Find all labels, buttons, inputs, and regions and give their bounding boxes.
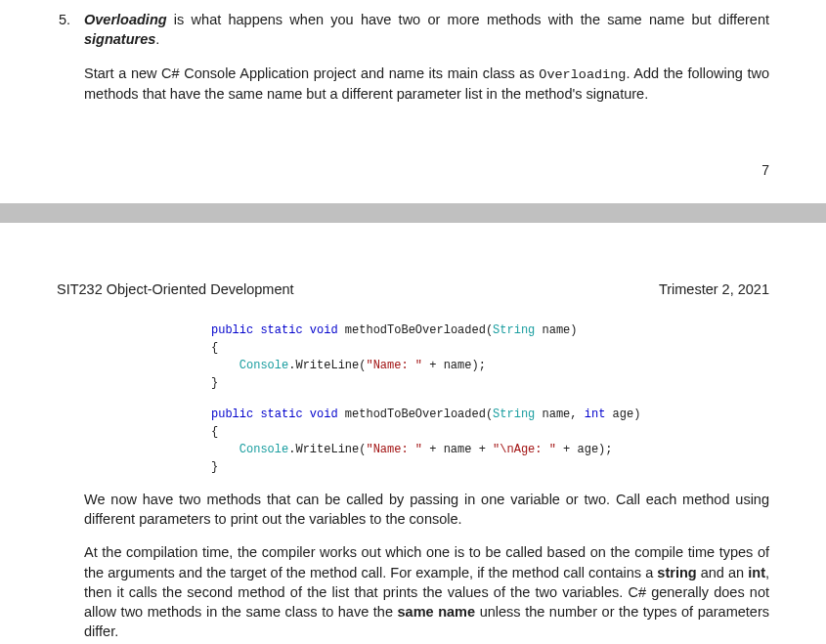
code-method-2: public static void methodToBeOverloaded(…: [211, 406, 769, 476]
paragraph-3: We now have two methods that can be call…: [84, 490, 769, 530]
page-header: SIT232 Object-Oriented Development Trime…: [57, 279, 769, 299]
text: methodToBeOverloaded(: [338, 408, 493, 421]
page-number: 7: [0, 132, 826, 204]
kw: void: [310, 323, 338, 337]
lower-page-content: SIT232 Object-Oriented Development Trime…: [0, 223, 826, 641]
kw: void: [310, 408, 338, 421]
type: Console: [239, 443, 288, 456]
text: {: [211, 425, 218, 439]
kw: static: [260, 323, 302, 337]
text: + name +: [422, 443, 493, 456]
string: "\nAge: ": [493, 443, 556, 456]
item5-paragraph-2: Start a new C# Console Application proje…: [84, 64, 769, 105]
header-course: SIT232 Object-Oriented Development: [57, 279, 294, 299]
text: Start a new C# Console Application proje…: [84, 65, 539, 81]
inline-code-overloading: Overloading: [539, 67, 626, 82]
upper-page-content: 5. Overloading is what happens when you …: [0, 0, 826, 118]
term-signatures: signatures: [84, 31, 155, 47]
page-break-divider: [0, 203, 826, 223]
bold-same-name: same name: [398, 604, 476, 620]
list-body: Overloading is what happens when you hav…: [84, 10, 769, 118]
text: .: [155, 31, 159, 47]
bold-string: string: [657, 565, 696, 580]
string: "Name: ": [366, 443, 422, 456]
text: {: [211, 341, 218, 355]
text: name,: [535, 408, 584, 421]
text: [211, 443, 239, 456]
bold-int: int: [748, 565, 765, 580]
text: + name);: [422, 359, 486, 372]
header-term: Trimester 2, 2021: [659, 279, 769, 299]
text: age): [605, 408, 640, 421]
text: methodToBeOverloaded(: [338, 323, 493, 337]
text: name): [535, 323, 577, 337]
list-number: 5.: [57, 10, 84, 118]
kw: static: [260, 408, 302, 421]
text: and an: [697, 565, 749, 580]
type: Console: [239, 359, 288, 372]
text: + age);: [556, 443, 613, 456]
text: [211, 359, 239, 372]
list-item-5: 5. Overloading is what happens when you …: [57, 10, 769, 118]
type: String: [493, 408, 535, 421]
kw: int: [585, 408, 606, 421]
paragraph-4: At the compilation time, the compiler wo…: [84, 542, 769, 641]
text: .WriteLine(: [288, 443, 366, 456]
kw: public: [211, 408, 253, 421]
string: "Name: ": [366, 359, 422, 372]
continued-content: We now have two methods that can be call…: [84, 490, 769, 642]
text: is what happens when you have two or mor…: [167, 12, 769, 27]
type: String: [493, 323, 535, 337]
term-overloading: Overloading: [84, 12, 167, 27]
code-method-1: public static void methodToBeOverloaded(…: [211, 322, 769, 392]
text: }: [211, 460, 218, 474]
text: .WriteLine(: [288, 359, 366, 372]
kw: public: [211, 323, 253, 337]
text: }: [211, 376, 218, 390]
item5-paragraph-1: Overloading is what happens when you hav…: [84, 10, 769, 50]
